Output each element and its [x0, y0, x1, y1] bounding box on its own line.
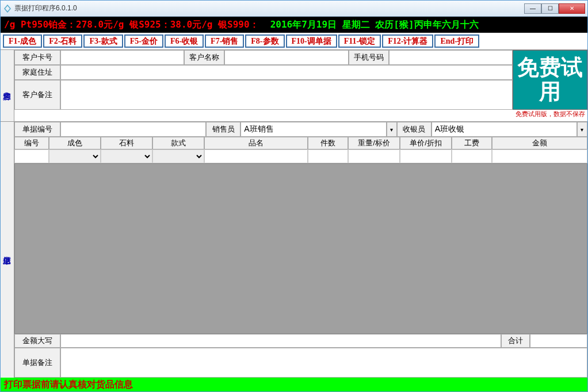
- input-addr[interactable]: [62, 67, 511, 78]
- fn-f1[interactable]: F1-成色: [3, 34, 42, 48]
- window-title: 票据打印程序6.0.1.0: [14, 3, 524, 13]
- fn-f12[interactable]: F12-计算器: [382, 34, 433, 48]
- promo-banner: 免费试用: [513, 50, 587, 110]
- input-cust-remark[interactable]: [62, 82, 511, 108]
- input-card-no[interactable]: [62, 52, 182, 63]
- seller-dropdown[interactable]: ▾: [387, 122, 397, 137]
- label-seller: 销售员: [206, 122, 240, 137]
- customer-side-label: 客户信息: [1, 50, 14, 121]
- input-cashier[interactable]: [433, 123, 576, 136]
- marquee-date: 2016年7月19日 星期二 农历[猴]丙申年六月十六: [270, 19, 479, 31]
- th-stone: 石料: [101, 137, 152, 149]
- select-stone[interactable]: [101, 150, 152, 163]
- table-header: 编号 成色 石料 款式 品名 件数 重量/标价 单价/折扣 工费 金额: [14, 137, 587, 149]
- price-marquee: /g Pt950铂金：278.0元/g 银S925：38.0元/g 银S990：…: [1, 17, 587, 33]
- th-weight: 重量/标价: [348, 137, 400, 149]
- label-amount-cn: 金额大写: [14, 334, 60, 348]
- fn-f8[interactable]: F8-参数: [245, 34, 284, 48]
- table-body[interactable]: [14, 163, 587, 334]
- input-phone[interactable]: [391, 52, 511, 63]
- input-bill-no[interactable]: [62, 123, 205, 136]
- customer-section: 客户信息 客户卡号 客户名称 手机号码 家庭住址 客户备注 免费试用 免费试用版…: [1, 50, 587, 122]
- close-button[interactable]: ✕: [559, 3, 585, 14]
- cashier-dropdown[interactable]: ▾: [577, 122, 587, 137]
- fn-end[interactable]: End-打印: [434, 34, 479, 48]
- select-style[interactable]: [153, 150, 204, 163]
- th-fee: 工费: [452, 137, 492, 149]
- label-addr: 家庭住址: [14, 65, 60, 80]
- footer-message: 打印票据前请认真核对货品信息: [1, 378, 587, 391]
- th-qty: 件数: [308, 137, 348, 149]
- bill-section: 单据信息 单据编号 销售员 ▾ 收银员 ▾ 编号 成色: [1, 122, 587, 378]
- fn-f7[interactable]: F7-销售: [205, 34, 244, 48]
- marquee-prices: /g Pt950铂金：278.0元/g 银S925：38.0元/g 银S990：: [4, 19, 259, 31]
- value-total: [530, 334, 587, 348]
- label-bill-remark: 单据备注: [14, 348, 60, 378]
- fn-f2[interactable]: F2-石料: [43, 34, 82, 48]
- fn-f5[interactable]: F5-金价: [124, 34, 163, 48]
- titlebar: 票据打印程序6.0.1.0 — ☐ ✕: [1, 1, 587, 17]
- label-cust-remark: 客户备注: [14, 80, 60, 110]
- table-row: [14, 149, 587, 163]
- fn-f11[interactable]: F11-锁定: [338, 34, 381, 48]
- function-key-row: F1-成色 F2-石料 F3-款式 F5-金价 F6-收银 F7-销售 F8-参…: [1, 33, 587, 50]
- bill-side-label: 单据信息: [1, 122, 14, 378]
- input-bill-remark[interactable]: [61, 348, 587, 377]
- promo-text: 免费试用: [513, 56, 587, 104]
- th-color: 成色: [49, 137, 101, 149]
- input-seller[interactable]: [242, 123, 385, 136]
- input-cust-name[interactable]: [226, 52, 346, 63]
- maximize-button[interactable]: ☐: [541, 3, 559, 14]
- th-no: 编号: [14, 137, 49, 149]
- label-cashier: 收银员: [397, 122, 432, 137]
- label-card-no: 客户卡号: [14, 50, 60, 65]
- select-color[interactable]: [49, 150, 100, 163]
- value-amount-cn: [60, 334, 501, 348]
- th-style: 款式: [152, 137, 204, 149]
- promo-note: 免费试用版，数据不保存: [513, 110, 587, 121]
- fn-f3[interactable]: F3-款式: [83, 34, 123, 48]
- th-price: 单价/折扣: [400, 137, 452, 149]
- th-amount: 金额: [492, 137, 587, 149]
- app-icon: [3, 4, 12, 13]
- fn-f10[interactable]: F10-调单据: [286, 34, 337, 48]
- label-cust-name: 客户名称: [184, 50, 224, 65]
- label-phone: 手机号码: [349, 50, 389, 65]
- fn-f6[interactable]: F6-收银: [165, 34, 204, 48]
- label-bill-no: 单据编号: [14, 122, 60, 137]
- minimize-button[interactable]: —: [524, 3, 541, 14]
- th-name: 品名: [204, 137, 308, 149]
- label-total: 合计: [501, 334, 530, 348]
